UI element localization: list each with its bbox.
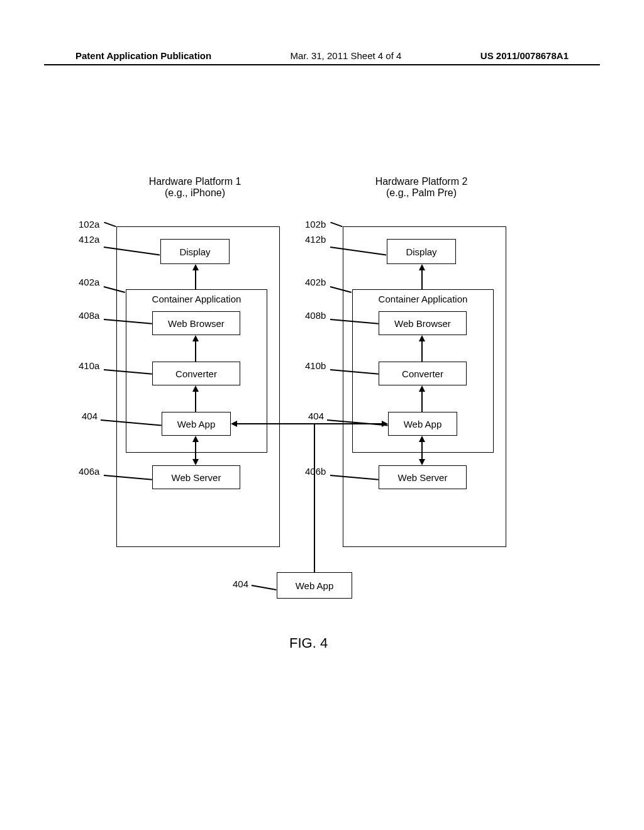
arrowhead-icon xyxy=(382,421,388,427)
ref-404a: 404 xyxy=(82,411,97,421)
arrow xyxy=(237,423,314,424)
web-browser-box-b: Web Browser xyxy=(379,311,467,335)
container-app-label-a: Container Application xyxy=(126,294,267,304)
ref-402b: 402b xyxy=(305,277,326,287)
platform-a-line2: (e.g., iPhone) xyxy=(132,187,258,199)
webserver-box-a: Web Server xyxy=(152,465,240,489)
ref-410b: 410b xyxy=(305,360,326,371)
arrow xyxy=(195,270,196,289)
converter-box-a: Converter xyxy=(152,362,240,385)
ref-402a: 402a xyxy=(79,277,99,287)
webserver-box-b: Web Server xyxy=(379,465,467,489)
arrowhead-icon xyxy=(192,264,199,270)
ref-408a: 408a xyxy=(79,310,99,321)
arrowhead-icon xyxy=(192,385,199,392)
leader-line xyxy=(104,222,116,227)
arrowhead-icon xyxy=(419,385,425,392)
ref-412b: 412b xyxy=(305,234,326,245)
display-box-b: Display xyxy=(387,239,456,264)
arrow xyxy=(195,341,196,362)
arrowhead-icon xyxy=(419,436,425,442)
ref-410a: 410a xyxy=(79,360,99,371)
arrow xyxy=(195,392,196,412)
page-header: Patent Application Publication Mar. 31, … xyxy=(0,50,644,61)
ref-102b: 102b xyxy=(305,219,326,230)
ref-404c: 404 xyxy=(233,578,248,589)
arrow xyxy=(421,341,423,362)
webapp-box-shared: Web App xyxy=(277,572,352,599)
platform-b-title: Hardware Platform 2 (e.g., Palm Pre) xyxy=(358,176,484,199)
ref-408b: 408b xyxy=(305,310,326,321)
converter-box-b: Converter xyxy=(379,362,467,385)
arrow xyxy=(314,423,315,572)
leader-line xyxy=(252,585,277,590)
ref-412a: 412a xyxy=(79,234,99,245)
arrowhead-icon xyxy=(419,264,425,270)
webapp-box-a: Web App xyxy=(162,412,231,436)
webapp-box-b: Web App xyxy=(388,412,457,436)
ref-406b: 406b xyxy=(305,466,326,477)
platform-b-line1: Hardware Platform 2 xyxy=(358,176,484,187)
arrow xyxy=(421,392,423,412)
ref-406a: 406a xyxy=(79,466,99,477)
header-rule xyxy=(44,64,600,65)
arrowhead-icon xyxy=(419,335,425,341)
figure-label: FIG. 4 xyxy=(289,635,328,651)
platform-a-line1: Hardware Platform 1 xyxy=(132,176,258,187)
arrowhead-icon xyxy=(192,436,199,442)
arrowhead-icon xyxy=(192,459,199,465)
arrow xyxy=(195,442,196,459)
ref-102a: 102a xyxy=(79,219,99,230)
display-box-a: Display xyxy=(160,239,230,264)
ref-404b: 404 xyxy=(308,411,324,421)
arrowhead-icon xyxy=(192,335,199,341)
arrow xyxy=(421,442,423,459)
container-app-label-b: Container Application xyxy=(353,294,493,304)
arrowhead-icon xyxy=(231,421,237,427)
header-left: Patent Application Publication xyxy=(75,50,211,61)
leader-line xyxy=(330,222,342,227)
arrowhead-icon xyxy=(419,459,425,465)
web-browser-box-a: Web Browser xyxy=(152,311,240,335)
arrow xyxy=(421,270,423,289)
header-right: US 2011/0078678A1 xyxy=(480,50,569,61)
platform-b-line2: (e.g., Palm Pre) xyxy=(358,187,484,199)
platform-a-title: Hardware Platform 1 (e.g., iPhone) xyxy=(132,176,258,199)
header-mid: Mar. 31, 2011 Sheet 4 of 4 xyxy=(291,50,402,61)
